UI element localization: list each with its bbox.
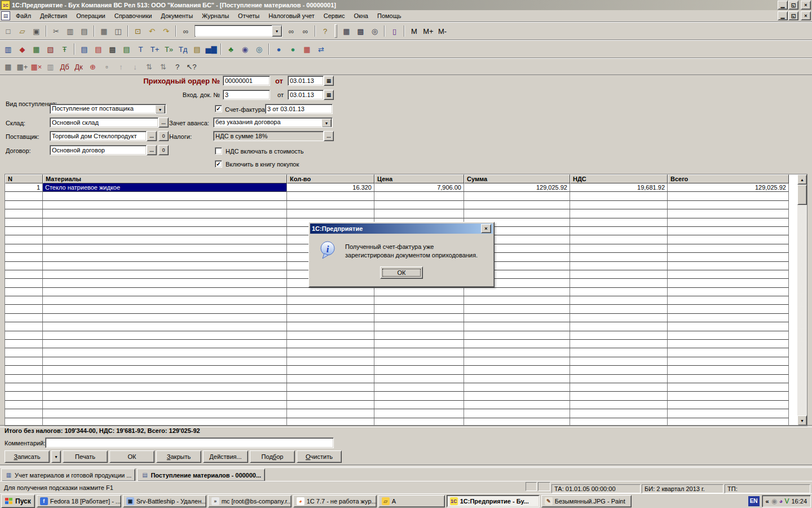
clear-button[interactable]: Очистить: [297, 450, 342, 463]
cell[interactable]: [570, 322, 668, 331]
restore-button[interactable]: ◱: [788, 11, 798, 20]
turnover-balance-icon[interactable]: T: [134, 43, 147, 56]
cell[interactable]: [570, 357, 668, 366]
posting-journal-icon[interactable]: ▤: [92, 43, 105, 56]
cell[interactable]: [668, 401, 789, 409]
cell[interactable]: [287, 357, 374, 366]
calendar-icon[interactable]: ▦: [301, 43, 314, 56]
column-header-Всего[interactable]: Всего: [668, 174, 789, 183]
cell[interactable]: [668, 262, 789, 270]
cell[interactable]: [43, 209, 287, 218]
vat-in-price-checkbox[interactable]: [215, 147, 222, 155]
cell[interactable]: [43, 348, 287, 357]
cell[interactable]: [570, 392, 668, 400]
invoice-input[interactable]: [265, 104, 333, 114]
cell[interactable]: 1: [5, 183, 43, 192]
cell[interactable]: [570, 331, 668, 340]
web-news-icon[interactable]: ●: [272, 43, 285, 56]
cell[interactable]: [43, 331, 287, 340]
cell[interactable]: 19,681.92: [570, 183, 668, 192]
cell[interactable]: [43, 279, 287, 287]
convert-77-icon[interactable]: ⇄: [315, 43, 328, 56]
cell[interactable]: [5, 418, 43, 426]
scroll-up-icon[interactable]: ▲: [797, 174, 807, 185]
cell[interactable]: [464, 201, 570, 209]
cell[interactable]: [374, 209, 464, 218]
cell[interactable]: [570, 314, 668, 322]
cell[interactable]: [464, 314, 570, 322]
toolbar-grip[interactable]: [334, 24, 337, 38]
cell[interactable]: [287, 418, 374, 426]
menu-item-Справочники[interactable]: Справочники: [110, 11, 157, 21]
cell[interactable]: [570, 340, 668, 348]
print-icon[interactable]: ▦: [98, 25, 111, 38]
column-header-N[interactable]: N: [5, 174, 43, 183]
cell[interactable]: [5, 192, 43, 200]
cell[interactable]: [570, 201, 668, 209]
cell[interactable]: [570, 227, 668, 235]
cell[interactable]: [570, 262, 668, 270]
column-header-Цена[interactable]: Цена: [374, 174, 464, 183]
mdi-tab[interactable]: ▤Поступление материалов - 000000...: [137, 468, 265, 481]
taskbar-button[interactable]: »mc [root@bs-company.r...: [208, 495, 292, 507]
cell[interactable]: [43, 218, 287, 227]
cell[interactable]: [43, 192, 287, 200]
cell[interactable]: 129,025.92: [668, 183, 789, 192]
cell[interactable]: [668, 305, 789, 313]
open-document-icon[interactable]: ▱: [16, 25, 29, 38]
cell[interactable]: [464, 366, 570, 374]
cell[interactable]: [668, 409, 789, 418]
taskbar-button[interactable]: 1С1С:Предприятие - Бу...: [447, 495, 540, 507]
close-button[interactable]: ×: [801, 1, 811, 10]
cell[interactable]: [464, 348, 570, 357]
print-button[interactable]: Печать: [63, 450, 108, 463]
cell[interactable]: [570, 418, 668, 426]
cell[interactable]: [570, 366, 668, 374]
account-analysis-icon[interactable]: T»: [162, 43, 175, 56]
close-button[interactable]: Закрыть: [156, 450, 201, 463]
cell[interactable]: [668, 366, 789, 374]
save-icon[interactable]: ▣: [30, 25, 43, 38]
report-by-document-icon[interactable]: ▤: [191, 43, 204, 56]
initial-balances-icon[interactable]: ♣: [224, 43, 237, 56]
comment-input[interactable]: [45, 437, 334, 448]
cell[interactable]: [668, 253, 789, 261]
cell[interactable]: [668, 235, 789, 244]
cell[interactable]: [464, 401, 570, 409]
cell[interactable]: [374, 392, 464, 400]
cell[interactable]: [5, 270, 43, 279]
supplier-balance-button[interactable]: 0: [158, 131, 169, 141]
chart-of-accounts-icon[interactable]: ▦: [30, 43, 43, 56]
cell[interactable]: [287, 340, 374, 348]
typical-operation-icon[interactable]: Ŧ: [58, 43, 71, 56]
menu-item-Журналы[interactable]: Журналы: [197, 11, 233, 21]
zoom-calc-icon[interactable]: ◎: [368, 25, 381, 38]
cell[interactable]: [570, 383, 668, 392]
cell[interactable]: [668, 296, 789, 305]
account-turnover-icon[interactable]: ▤: [120, 43, 133, 56]
cell[interactable]: [5, 401, 43, 409]
document-icon[interactable]: ▤: [1, 11, 10, 20]
cell[interactable]: [668, 331, 789, 340]
cell[interactable]: [43, 296, 287, 305]
language-indicator[interactable]: EN: [748, 496, 760, 506]
cell[interactable]: 7,906.00: [374, 183, 464, 192]
paste-icon[interactable]: ▤: [78, 25, 91, 38]
cell[interactable]: [668, 322, 789, 331]
contract-input[interactable]: [50, 145, 147, 155]
cell[interactable]: Стекло натриевое жидкое: [43, 183, 287, 192]
minimize-button[interactable]: ▁: [778, 11, 788, 20]
cell[interactable]: [464, 418, 570, 426]
cell[interactable]: [668, 392, 789, 400]
clock[interactable]: 16:24: [791, 498, 807, 505]
column-header-Кол-во[interactable]: Кол-во: [287, 174, 374, 183]
cell[interactable]: [43, 253, 287, 261]
cell[interactable]: [5, 253, 43, 261]
search-combo[interactable]: ▾: [195, 25, 283, 37]
incoming-calendar-button[interactable]: ▦: [324, 90, 334, 100]
checker-report-icon[interactable]: ▩: [106, 43, 119, 56]
cell[interactable]: [570, 401, 668, 409]
cell[interactable]: [668, 340, 789, 348]
cell[interactable]: [374, 296, 464, 305]
taxes-input[interactable]: [213, 131, 324, 141]
